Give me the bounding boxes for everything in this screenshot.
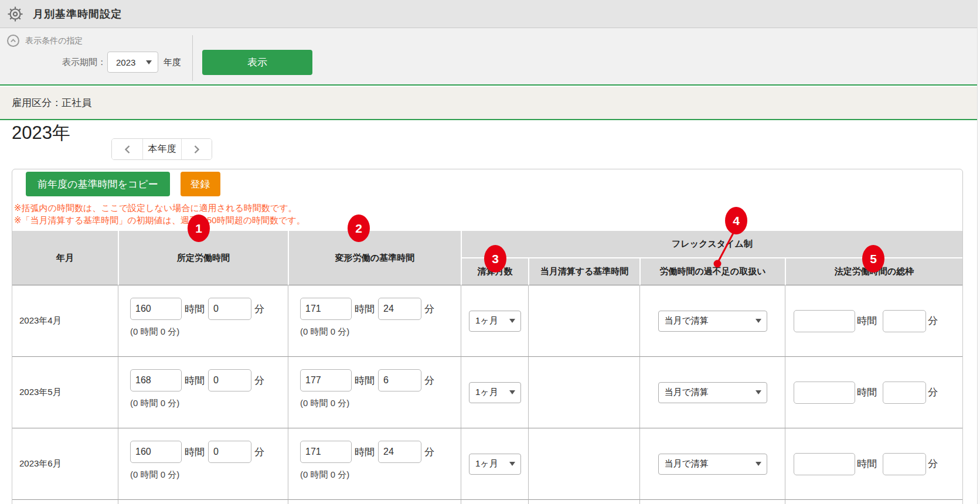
current-year-button[interactable]: 本年度 [142,139,181,159]
col-header-current-month-base: 当月清算する基準時間 [528,258,639,285]
gear-icon [7,6,23,22]
settlement-months-value: 1ヶ月 [475,315,498,326]
scheduled-minutes-input[interactable] [208,441,251,463]
filter-divider [192,35,193,81]
over-under-select[interactable]: 当月で清算 [658,311,767,332]
default-hours-note: (0 時間 0 分) [130,398,288,409]
scheduled-hours-input[interactable] [130,441,182,463]
statutory-minutes-input[interactable] [883,382,926,404]
note-line-2: ※「当月清算する基準時間」の初期値は、週平均50時間超の時間数です。 [14,214,962,226]
variable-hours-input[interactable] [300,441,352,463]
chevron-down-icon [756,319,761,323]
settlement-months-value: 1ヶ月 [475,387,498,398]
over-under-value: 当月で清算 [665,315,709,326]
statutory-hours-input[interactable] [794,382,855,404]
next-year-button[interactable] [181,139,212,159]
minute-unit-label: 分 [254,445,264,459]
scheduled-hours-input[interactable] [130,298,182,320]
statutory-hours-input[interactable] [794,453,855,475]
scheduled-hours-cell: 時間 分 (0 時間 0 分) [118,428,288,500]
variable-minutes-input[interactable] [378,441,421,463]
chevron-down-icon [756,390,761,394]
variable-hours-input[interactable] [300,298,352,320]
filter-section: 表示条件の指定 表示期間： 2023 年度 表示 [0,28,977,86]
scheduled-minutes-input[interactable] [208,298,251,320]
month-label: 2023年5月 [12,357,118,428]
period-label: 表示期間： [62,57,106,68]
over-under-cell: 当月で清算 [639,428,785,500]
note-line-1: ※括弧内の時間数は、ここで設定しない場合に適用される時間数です。 [14,202,962,214]
year-select[interactable]: 2023 [107,52,158,73]
prev-year-button[interactable] [112,139,142,159]
minute-unit-label: 分 [928,457,938,471]
variable-hours-input[interactable] [300,369,352,391]
chevron-down-icon [509,319,515,323]
minute-unit-label: 分 [928,314,938,328]
current-month-base-cell [528,357,639,428]
variable-minutes-input[interactable] [378,369,421,391]
settlement-months-select[interactable]: 1ヶ月 [469,311,521,332]
minute-unit-label: 分 [254,374,264,387]
hour-unit-label: 時間 [857,314,877,328]
annotation-badge-3: 3 [484,245,506,273]
col-header-variable: 変形労働の基準時間 [288,231,461,285]
copy-previous-year-button[interactable]: 前年度の基準時間をコピー [26,172,170,196]
chevron-down-icon [756,462,761,466]
settlement-months-cell: 1ヶ月 [461,285,528,357]
year-nav: 本年度 [111,138,212,160]
current-month-base-cell [528,428,639,500]
table-row-partial [12,500,962,504]
statutory-total-cell: 時間 分 [785,285,962,357]
scheduled-hours-input[interactable] [130,369,182,391]
settlement-months-cell: 1ヶ月 [461,428,528,500]
employment-label: 雇用区分：正社員 [12,96,91,110]
show-button[interactable]: 表示 [202,50,312,75]
over-under-value: 当月で清算 [665,458,709,469]
page-title: 月別基準時間設定 [33,7,122,21]
default-hours-note: (0 時間 0 分) [300,469,461,481]
chevron-right-icon [193,145,200,154]
hour-unit-label: 時間 [355,302,375,316]
variable-hours-cell: 時間 分 (0 時間 0 分) [288,428,461,500]
year-select-value: 2023 [116,57,135,67]
table-row-april: 2023年4月 時間 分 (0 時間 0 分) 時間 分 [12,285,962,357]
hour-unit-label: 時間 [355,445,375,459]
statutory-hours-input[interactable] [794,310,855,332]
statutory-minutes-input[interactable] [883,453,926,475]
variable-hours-cell: 時間 分 (0 時間 0 分) [288,357,461,428]
annotation-badge-5: 5 [862,245,884,273]
notes: ※括弧内の時間数は、ここで設定しない場合に適用される時間数です。 ※「当月清算す… [14,202,962,226]
col-header-flex-group: フレックスタイム制 [461,231,962,258]
scheduled-hours-cell: 時間 分 (0 時間 0 分) [118,357,288,428]
settlement-months-value: 1ヶ月 [475,458,498,469]
filter-section-label: 表示条件の指定 [25,36,83,46]
over-under-cell: 当月で清算 [639,285,785,357]
current-month-base-cell [528,285,639,357]
default-hours-note: (0 時間 0 分) [300,398,461,409]
scrollbar-track[interactable] [977,0,980,504]
scheduled-minutes-input[interactable] [208,369,251,391]
minute-unit-label: 分 [254,302,264,316]
chevron-up-icon [9,37,17,45]
settlement-months-select[interactable]: 1ヶ月 [469,382,521,403]
minute-unit-label: 分 [424,374,434,387]
variable-minutes-input[interactable] [378,298,421,320]
register-button[interactable]: 登録 [181,172,220,196]
settlement-months-select[interactable]: 1ヶ月 [469,454,521,475]
collapse-button[interactable] [7,35,19,47]
hour-unit-label: 時間 [857,457,877,471]
hour-unit-label: 時間 [185,302,205,316]
month-label: 2023年4月 [12,285,118,357]
hour-unit-label: 時間 [355,374,375,387]
over-under-select[interactable]: 当月で清算 [658,454,767,475]
default-hours-note: (0 時間 0 分) [130,326,288,338]
statutory-minutes-input[interactable] [883,310,926,332]
hour-unit-label: 時間 [857,386,877,399]
chevron-down-icon [146,60,152,64]
default-hours-note: (0 時間 0 分) [130,469,288,481]
over-under-select[interactable]: 当月で清算 [658,382,767,403]
table-row-may: 2023年5月 時間 分 (0 時間 0 分) 時間 分 [12,357,962,428]
col-header-over-under: 労働時間の過不足の取扱い [639,258,785,285]
minute-unit-label: 分 [424,302,434,316]
month-label: 2023年6月 [12,428,118,500]
